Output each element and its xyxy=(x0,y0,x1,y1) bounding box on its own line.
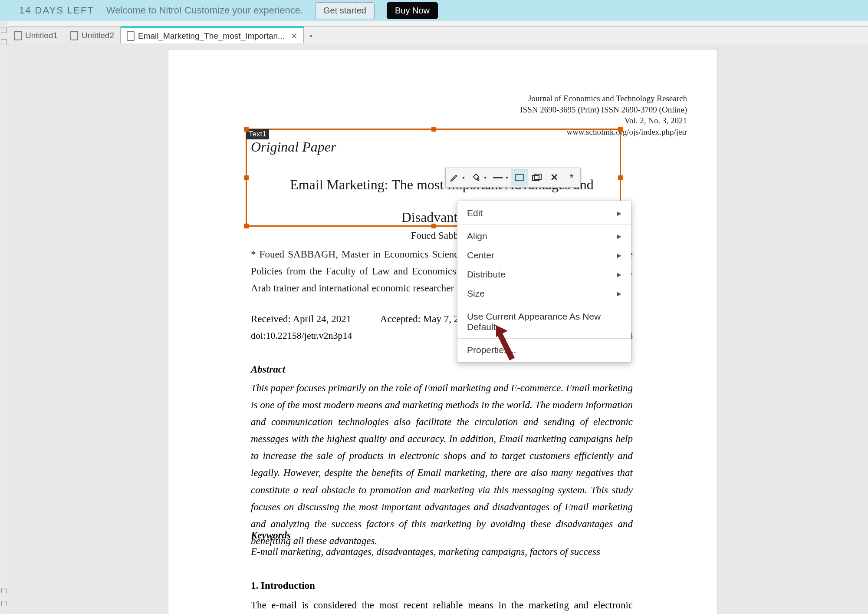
journal-issn: ISSN 2690-3695 (Print) ISSN 2690-3709 (O… xyxy=(520,104,687,116)
selection-handle[interactable] xyxy=(244,127,249,132)
context-menu[interactable]: Edit ▶ Align ▶ Center ▶ Distribute ▶ Siz… xyxy=(457,201,631,363)
svg-rect-2 xyxy=(533,175,539,181)
left-rail xyxy=(0,21,8,614)
menu-label: Size xyxy=(467,288,485,299)
document-icon xyxy=(127,31,135,41)
menu-label: Use Current Appearance As New Default xyxy=(467,311,621,332)
menu-label: Properties... xyxy=(467,345,516,355)
fill-color-dropdown[interactable]: ▾ xyxy=(484,169,489,186)
selection-handle[interactable] xyxy=(618,175,623,180)
selection-handle[interactable] xyxy=(244,224,249,228)
menu-item-properties[interactable]: Properties... xyxy=(457,340,631,360)
keywords-body: E-mail marketing, advantages, disadvanta… xyxy=(251,546,600,558)
selection-handle[interactable] xyxy=(431,127,436,132)
asterisk-icon: * xyxy=(569,172,574,183)
selection-handle[interactable] xyxy=(618,127,623,132)
menu-item-edit[interactable]: Edit ▶ xyxy=(457,204,631,223)
fill-color-button[interactable] xyxy=(467,169,485,186)
tab-untitled1[interactable]: Untitled1 xyxy=(8,27,64,44)
selection-label: Text1 xyxy=(246,129,269,139)
close-icon[interactable]: ✕ xyxy=(288,31,297,41)
rectangle-icon xyxy=(515,174,524,181)
selection-handle[interactable] xyxy=(431,224,436,228)
delete-button[interactable]: ✕ xyxy=(546,169,563,186)
tab-overflow-dropdown[interactable]: ▾ xyxy=(304,27,318,44)
welcome-label: Welcome to Nitro! Customize your experie… xyxy=(106,5,303,16)
rail-icon[interactable] xyxy=(1,601,7,606)
journal-vol: Vol. 2, No. 3, 2021 xyxy=(520,115,687,126)
tab-email-marketing[interactable]: Email_Marketing_The_most_Importan... ✕ xyxy=(121,26,304,44)
chevron-right-icon: ▶ xyxy=(617,233,621,240)
journal-title: Journal of Economics and Technology Rese… xyxy=(520,93,687,104)
menu-separator xyxy=(457,305,631,305)
tab-label: Untitled1 xyxy=(25,31,58,40)
pen-color-dropdown[interactable]: ▾ xyxy=(462,169,467,186)
introduction-body: The e-mail is considered the most recent… xyxy=(251,597,633,614)
line-weight-dropdown[interactable]: ▾ xyxy=(506,169,511,186)
pen-icon xyxy=(450,173,459,182)
rail-icon[interactable] xyxy=(1,27,7,33)
doi-text: doi:10.22158/jetr.v2n3p14 xyxy=(251,330,352,341)
chevron-right-icon: ▶ xyxy=(617,271,621,278)
menu-item-size[interactable]: Size ▶ xyxy=(457,284,631,303)
abstract-body: This paper focuses primarily on the role… xyxy=(251,380,633,549)
asterisk-button[interactable]: * xyxy=(563,169,580,186)
rail-icon[interactable] xyxy=(1,39,7,45)
document-icon xyxy=(70,31,78,40)
rectangle-button[interactable] xyxy=(511,169,528,186)
pdf-page[interactable]: Journal of Economics and Technology Rese… xyxy=(168,50,717,614)
menu-label: Align xyxy=(467,231,487,241)
received-date: Received: April 24, 2021 xyxy=(251,314,351,325)
trial-banner: 14 DAYS LEFT Welcome to Nitro! Customize… xyxy=(0,0,868,21)
tab-untitled2[interactable]: Untitled2 xyxy=(64,27,121,44)
tab-label: Untitled2 xyxy=(82,31,114,40)
chevron-right-icon: ▶ xyxy=(617,252,621,259)
tab-label: Email_Marketing_The_most_Importan... xyxy=(138,31,285,41)
chevron-right-icon: ▶ xyxy=(617,210,621,217)
selection-handle[interactable] xyxy=(244,175,249,180)
menu-label: Center xyxy=(467,250,494,261)
days-left-label: 14 DAYS LEFT xyxy=(19,5,94,16)
line-weight-icon xyxy=(493,175,503,180)
menu-item-use-default[interactable]: Use Current Appearance As New Default xyxy=(457,307,631,337)
line-weight-button[interactable] xyxy=(489,169,506,186)
document-viewer[interactable]: Journal of Economics and Technology Rese… xyxy=(8,43,868,614)
introduction-heading: 1. Introduction xyxy=(251,580,315,591)
menu-label: Edit xyxy=(467,208,483,218)
menu-item-distribute[interactable]: Distribute ▶ xyxy=(457,265,631,284)
abstract-heading: Abstract xyxy=(251,364,285,375)
buy-now-button[interactable]: Buy Now xyxy=(387,2,438,19)
svg-rect-1 xyxy=(516,175,523,181)
rail-icon[interactable] xyxy=(1,588,7,593)
close-icon: ✕ xyxy=(550,172,558,183)
rectangle-stack-icon xyxy=(532,174,542,182)
pen-color-button[interactable] xyxy=(446,169,463,186)
chevron-right-icon: ▶ xyxy=(617,290,621,297)
svg-rect-3 xyxy=(535,174,541,179)
menu-separator xyxy=(457,338,631,339)
tab-strip: Untitled1 Untitled2 Email_Marketing_The_… xyxy=(8,26,868,45)
menu-item-align[interactable]: Align ▶ xyxy=(457,227,631,246)
fill-icon xyxy=(471,173,481,182)
get-started-button[interactable]: Get started xyxy=(315,2,375,19)
menu-separator xyxy=(457,224,631,225)
rectangle-stack-button[interactable] xyxy=(528,169,546,186)
keywords-heading: Keywords xyxy=(251,530,291,541)
floating-edit-toolbar[interactable]: ▾ ▾ ▾ ✕ * xyxy=(445,168,581,188)
left-rail-bottom-icons xyxy=(0,588,8,606)
menu-label: Distribute xyxy=(467,269,506,280)
document-icon xyxy=(14,31,22,40)
menu-item-center[interactable]: Center ▶ xyxy=(457,246,631,265)
